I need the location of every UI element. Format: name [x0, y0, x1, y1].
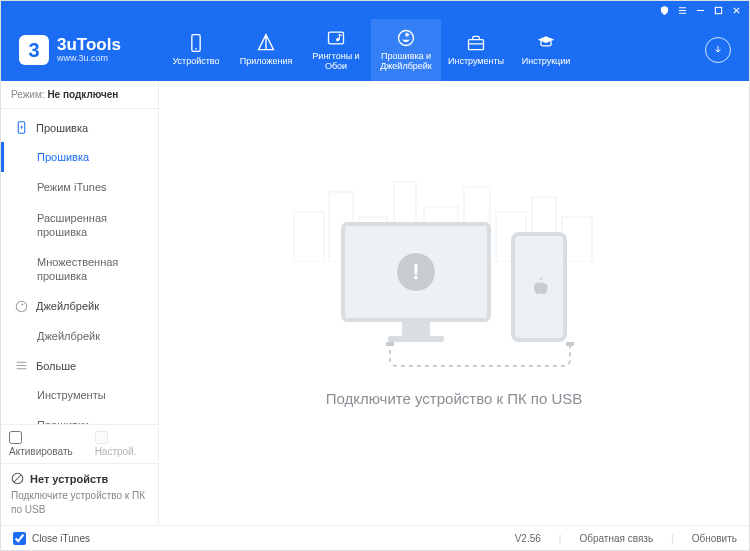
nav-tutorials[interactable]: Инструкции: [511, 19, 581, 81]
app-site: www.3u.com: [57, 53, 121, 64]
activate-checkbox[interactable]: Активировать: [9, 431, 85, 457]
main-area: Режим: Не подключен Прошивка Прошивка Ре…: [1, 81, 749, 527]
menu-icon[interactable]: [675, 4, 689, 16]
nav-apps[interactable]: Приложения: [231, 19, 301, 81]
svg-rect-19: [386, 342, 394, 346]
sidebar-list: Прошивка Прошивка Режим iTunes Расширенн…: [1, 109, 158, 424]
no-device-title: Нет устройств: [30, 473, 108, 485]
apps-icon: [256, 33, 276, 53]
usb-cable-graphic: [356, 342, 604, 370]
window-titlebar: [1, 1, 749, 19]
sidebar-item-itunes-mode[interactable]: Режим iTunes: [1, 172, 158, 202]
sidebar-item-firmwares[interactable]: Прошивки: [1, 410, 158, 424]
sidebar-group-more[interactable]: Больше: [1, 351, 158, 380]
svg-rect-6: [469, 40, 484, 50]
sidebar-item-tools[interactable]: Инструменты: [1, 380, 158, 410]
monitor-graphic: !: [341, 222, 491, 342]
nav-ringtones[interactable]: Рингтоны и Обои: [301, 19, 371, 81]
apple-icon: [530, 277, 548, 297]
nav-device[interactable]: Устройство: [161, 19, 231, 81]
sidebar-group-jailbreak[interactable]: Джейлбрейк: [1, 292, 158, 321]
warning-icon: !: [397, 253, 435, 291]
sidebar-item-easy-flash[interactable]: Прошивка: [1, 142, 158, 172]
app-name: 3uTools: [57, 36, 121, 53]
mode-value: Не подключен: [47, 89, 118, 100]
no-device-sub: Подключите устройство к ПК по USB: [11, 489, 148, 517]
sidebar: Режим: Не подключен Прошивка Прошивка Ре…: [1, 81, 159, 527]
connect-illustration: ! Подключите устройство к ПК по USB: [284, 202, 624, 407]
connect-message: Подключите устройство к ПК по USB: [284, 390, 624, 407]
device-icon: [186, 33, 206, 53]
refresh-link[interactable]: Обновить: [692, 533, 737, 544]
mode-row: Режим: Не подключен: [1, 81, 158, 109]
svg-point-2: [195, 48, 197, 50]
svg-point-5: [399, 31, 414, 46]
tutorials-icon: [536, 33, 556, 53]
svg-point-8: [16, 301, 27, 312]
minimize-icon[interactable]: [693, 4, 707, 16]
jailbreak-icon: [15, 300, 28, 313]
sidebar-item-jailbreak[interactable]: Джейлбрейк: [1, 321, 158, 351]
phone-graphic: [511, 232, 567, 342]
maximize-icon[interactable]: [711, 4, 725, 16]
status-bar: Close iTunes V2.56 | Обратная связь | Об…: [1, 525, 749, 550]
sidebar-item-multi-flash[interactable]: Множественная прошивка: [1, 247, 158, 292]
nav-tools[interactable]: Инструменты: [441, 19, 511, 81]
activate-row: Активировать Настрой.: [1, 424, 158, 463]
logo-icon: 3: [19, 35, 49, 65]
download-button[interactable]: [705, 37, 731, 63]
feedback-link[interactable]: Обратная связь: [579, 533, 653, 544]
close-itunes-checkbox[interactable]: Close iTunes: [13, 532, 90, 545]
ringtones-icon: [326, 28, 346, 48]
sidebar-item-pro-flash[interactable]: Расширенная прошивка: [1, 203, 158, 248]
svg-rect-20: [566, 342, 574, 346]
app-logo: 3 3uTools www.3u.com: [1, 19, 161, 81]
forbidden-icon: [11, 472, 24, 485]
shield-icon[interactable]: [657, 4, 671, 16]
app-header: 3 3uTools www.3u.com Устройство Приложен…: [1, 19, 749, 81]
more-icon: [15, 359, 28, 372]
nav-flash[interactable]: Прошивка и Джейлбрейк: [371, 19, 441, 81]
content-area: ! Подключите устройство к ПК по USB: [159, 81, 749, 527]
flash-icon: [396, 28, 416, 48]
sidebar-group-flash[interactable]: Прошивка: [1, 113, 158, 142]
configure-checkbox[interactable]: Настрой.: [95, 431, 150, 457]
svg-rect-3: [329, 32, 344, 44]
no-device-panel: Нет устройств Подключите устройство к ПК…: [1, 463, 158, 527]
main-nav: Устройство Приложения Рингтоны и Обои Пр…: [161, 19, 581, 81]
svg-rect-0: [715, 7, 721, 13]
phone-flash-icon: [15, 121, 28, 134]
mode-label: Режим:: [11, 89, 45, 100]
toolbox-icon: [466, 33, 486, 53]
close-icon[interactable]: [729, 4, 743, 16]
download-icon: [712, 44, 724, 56]
version-label: V2.56: [515, 533, 541, 544]
